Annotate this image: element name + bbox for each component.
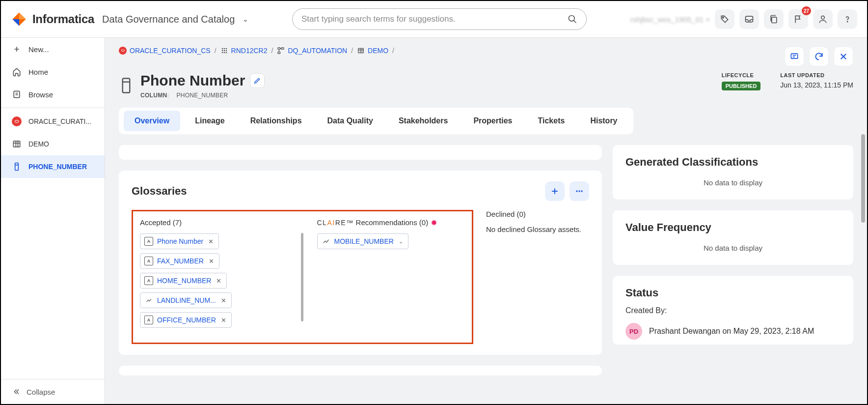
plus-icon [550,186,560,196]
comment-icon [789,52,799,61]
tab-tickets[interactable]: Tickets [527,111,576,131]
classifications-card: Generated Classifications No data to dis… [613,145,853,200]
svg-point-5 [722,17,724,18]
browse-icon [12,89,22,99]
page-subtitle: COLUMNPHONE_NUMBER [140,92,265,99]
chip-expand-icon[interactable]: ⌄ [398,238,404,245]
home-label: Home [28,68,48,76]
last-updated-meta: LAST UPDATED Jun 13, 2023, 11:15 PM [780,72,853,90]
search-input[interactable] [301,14,568,24]
breadcrumb-item-3[interactable]: DQ_AUTOMATION [277,47,347,55]
tag-icon-button[interactable] [715,9,734,29]
phone-number-label: PHONE_NUMBER [28,163,87,171]
accepted-chip: A OFFICE_NUMBER ✕ [140,312,232,328]
svg-point-45 [576,190,577,192]
lifecycle-meta: LIFECYCLE PUBLISHED [722,72,761,90]
collapse-sidebar-button[interactable]: Collapse [1,379,105,404]
svg-point-28 [225,52,227,54]
comments-button[interactable] [785,47,804,66]
oracle-icon: ⬭ [12,116,22,126]
tab-history[interactable]: History [579,111,628,131]
svg-marker-1 [19,12,26,19]
header-right: rshjbsc_wos_1905_01 × 27 [630,9,857,29]
schema-icon [277,47,285,55]
svg-rect-14 [13,141,20,147]
svg-point-27 [223,52,225,54]
help-icon-button[interactable] [838,9,857,29]
search-icon[interactable] [568,14,577,24]
svg-rect-31 [278,52,280,54]
glossaries-title: Glossaries [132,185,187,198]
svg-point-24 [223,50,225,52]
notifications-button[interactable]: 27 [788,9,808,29]
glossary-chip-icon: A [144,276,153,285]
add-glossary-button[interactable] [545,181,565,201]
glossaries-card: Glossaries [119,171,602,355]
remove-chip-icon[interactable]: ✕ [215,277,222,285]
metric-chip-icon [322,237,330,246]
new-label: New... [28,45,49,54]
breadcrumb-item-1[interactable]: ⬭ORACLE_CURATION_CS [119,47,211,55]
main-content: ⬭ORACLE_CURATION_CS / RND12CR2 / DQ_AUTO… [105,38,867,404]
breadcrumb-item-2[interactable]: RND12CR2 [220,47,268,55]
home-icon [12,67,22,77]
remove-chip-icon[interactable]: ✕ [207,238,215,245]
table-icon [12,139,22,149]
tab-relationships[interactable]: Relationships [240,111,313,131]
remove-chip-icon[interactable]: ✕ [220,317,227,324]
glossary-more-button[interactable] [570,181,589,201]
glossary-chip-icon: A [144,257,153,265]
tab-properties[interactable]: Properties [462,111,523,131]
remove-chip-icon[interactable]: ✕ [208,258,215,265]
accepted-chip: A FAX_NUMBER ✕ [140,253,219,269]
declined-column: Declined (0) No declined Glossary assets… [486,210,589,344]
product-name[interactable]: Data Governance and Catalog [102,14,235,25]
tab-overview[interactable]: Overview [124,111,180,131]
svg-point-26 [221,52,223,54]
breadcrumb-item-4[interactable]: DEMO [357,47,388,55]
remove-chip-icon[interactable]: ✕ [220,297,227,304]
home-nav[interactable]: Home [1,60,105,83]
svg-rect-41 [123,78,130,92]
informatica-logo-icon [11,11,27,28]
svg-line-4 [574,21,576,23]
copy-icon-button[interactable] [764,9,784,29]
scrollbar[interactable] [861,134,865,223]
detail-tabs: Overview Lineage Relationships Data Qual… [119,108,633,134]
glossary-chip-icon: A [144,316,153,324]
collapse-icon [12,387,21,396]
column-icon [119,77,134,94]
svg-rect-30 [282,48,284,49]
accepted-chip: A HOME_NUMBER ✕ [140,273,227,289]
sidebar-item-oracle[interactable]: ⬭ ORACLE_CURATI... [1,110,105,133]
card-placeholder-2 [119,366,602,376]
close-button[interactable] [834,47,853,66]
svg-point-46 [578,190,580,192]
global-search[interactable] [292,8,587,30]
svg-point-3 [569,16,575,22]
plus-circle-icon [12,44,22,54]
svg-point-23 [221,50,223,52]
edit-title-button[interactable] [250,73,265,88]
browse-nav[interactable]: Browse [1,83,105,106]
sidebar-item-phone-number[interactable]: PHONE_NUMBER [1,155,105,178]
glossary-chip-icon: A [144,237,153,246]
tab-stakeholders[interactable]: Stakeholders [388,111,459,131]
svg-rect-32 [358,48,364,53]
creator-row: PD Prashant Dewangan on May 29, 2023, 2:… [625,323,841,340]
tab-dataquality[interactable]: Data Quality [317,111,384,131]
refresh-button[interactable] [809,47,829,66]
user-icon-button[interactable] [813,9,833,29]
svg-point-22 [225,48,227,50]
product-switch-caret-icon[interactable]: ⌄ [243,15,248,23]
svg-point-25 [225,50,227,52]
svg-point-20 [221,48,223,50]
tab-lineage[interactable]: Lineage [184,111,235,131]
inbox-icon-button[interactable] [739,9,759,29]
svg-point-9 [847,21,847,22]
sidebar-item-demo[interactable]: DEMO [1,133,105,155]
accepted-chip: LANDLINE_NUM... ✕ [140,292,232,308]
pencil-icon [253,77,261,85]
new-button[interactable]: New... [1,38,105,60]
highlighted-glossaries-region: Accepted (7) A Phone Number ✕ A FAX_NUMB… [132,210,473,344]
